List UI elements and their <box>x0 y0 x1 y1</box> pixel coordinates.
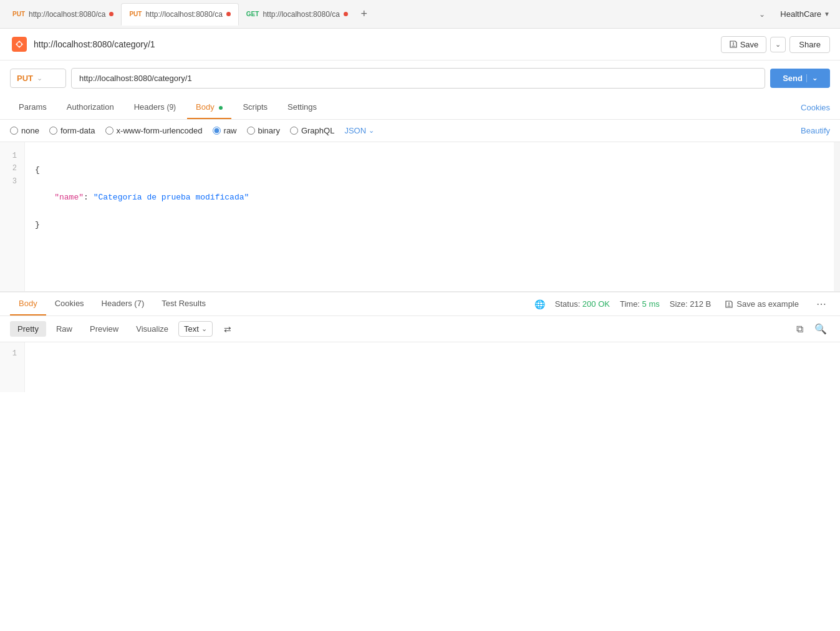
tab-unsaved-dot <box>109 12 113 16</box>
workspace-name: HealthCare <box>780 9 821 19</box>
tab-headers[interactable]: Headers (9) <box>125 96 185 119</box>
send-label: Send <box>783 74 803 83</box>
share-button[interactable]: Share <box>789 36 830 53</box>
radio-none[interactable] <box>10 127 18 135</box>
radio-graphql[interactable] <box>290 127 298 135</box>
resp-line-number: 1 <box>7 347 17 360</box>
tab-url-get: http://localhost:8080/ca <box>263 10 339 19</box>
response-options: Pretty Raw Preview Visualize Text ⌄ ⇄ ⧉ … <box>0 316 840 342</box>
tab-method-badge: PUT <box>12 11 25 17</box>
response-tab-headers[interactable]: Headers (7) <box>93 292 153 316</box>
method-select-value: PUT <box>17 74 33 83</box>
time-value: 5 ms <box>642 299 660 309</box>
line-numbers: 1 2 3 <box>0 142 25 291</box>
method-select[interactable]: PUT ⌄ <box>10 69 66 88</box>
response-preview-button[interactable]: Preview <box>82 321 126 337</box>
nav-tabs-right: Cookies <box>801 103 830 112</box>
editor-scrollbar[interactable] <box>834 142 840 291</box>
request-nav-tabs: Params Authorization Headers (9) Body Sc… <box>0 96 840 120</box>
text-type-label: Text <box>184 324 199 334</box>
tab-put-1[interactable]: PUT http://localhost:8080/ca <box>5 3 121 26</box>
save-label: Save <box>740 40 759 49</box>
beautify-button[interactable]: Beautify <box>801 126 830 135</box>
request-bar: PUT ⌄ Send ⌄ <box>0 60 840 96</box>
response-section: Body Cookies Headers (7) Test Results 🌐 … <box>0 292 840 392</box>
address-bar-actions: Save ⌄ Share <box>721 36 830 53</box>
tab-bar-right: ⌄ HealthCare ▼ <box>754 7 835 21</box>
response-size-text: Size: 212 B <box>670 299 712 309</box>
add-tab-button[interactable]: + <box>355 6 373 23</box>
more-options-button[interactable]: ⋯ <box>813 297 830 311</box>
tab-get-1[interactable]: GET http://localhost:8080/ca <box>239 3 355 26</box>
url-input[interactable] <box>71 68 765 89</box>
option-urlencoded[interactable]: x-www-form-urlencoded <box>105 126 203 135</box>
response-tab-test-results[interactable]: Test Results <box>153 292 215 316</box>
code-content[interactable]: { "name": "Categoría de prueba modificad… <box>25 142 834 291</box>
option-binary-label: binary <box>258 126 280 135</box>
radio-urlencoded[interactable] <box>105 127 113 135</box>
json-type-select[interactable]: JSON ⌄ <box>344 126 374 135</box>
option-binary[interactable]: binary <box>247 126 280 135</box>
tab-body[interactable]: Body <box>187 96 231 119</box>
body-options: none form-data x-www-form-urlencoded raw… <box>0 120 840 142</box>
code-editor: 1 2 3 { "name": "Categoría de prueba mod… <box>0 142 840 292</box>
tab-scripts[interactable]: Scripts <box>234 96 276 119</box>
option-none[interactable]: none <box>10 126 39 135</box>
workspace-dropdown[interactable]: HealthCare ▼ <box>775 7 835 21</box>
option-urlencoded-label: x-www-form-urlencoded <box>117 126 203 135</box>
text-type-select[interactable]: Text ⌄ <box>178 321 213 337</box>
response-visualize-button[interactable]: Visualize <box>128 321 176 337</box>
response-tab-headers-label: Headers (7) <box>102 299 145 308</box>
line-number: 3 <box>7 175 17 188</box>
response-tab-cookies[interactable]: Cookies <box>46 292 93 316</box>
radio-raw[interactable] <box>213 127 221 135</box>
send-dropdown-icon: ⌄ <box>806 74 818 82</box>
tab-overflow-button[interactable]: ⌄ <box>754 7 770 21</box>
radio-form-data[interactable] <box>49 127 57 135</box>
tab-settings-label: Settings <box>287 102 317 112</box>
tab-authorization[interactable]: Authorization <box>58 96 123 119</box>
postman-icon <box>10 35 29 54</box>
option-graphql-label: GraphQL <box>301 126 334 135</box>
cookies-link[interactable]: Cookies <box>801 97 830 118</box>
workspace-chevron-icon: ▼ <box>824 11 830 17</box>
send-button[interactable]: Send ⌄ <box>770 69 830 88</box>
option-graphql[interactable]: GraphQL <box>290 126 334 135</box>
save-dropdown-button[interactable]: ⌄ <box>770 37 786 52</box>
status-value: 200 OK <box>582 299 610 309</box>
search-response-icon[interactable]: 🔍 <box>811 321 830 337</box>
option-form-data[interactable]: form-data <box>49 126 95 135</box>
response-pretty-button[interactable]: Pretty <box>10 321 46 337</box>
response-body: 1 <box>0 342 840 392</box>
tab-scripts-label: Scripts <box>243 102 268 112</box>
response-tab-cookies-label: Cookies <box>55 299 84 308</box>
response-tab-body[interactable]: Body <box>10 292 46 316</box>
tab-headers-label: Headers (9) <box>134 102 176 112</box>
json-type-label: JSON <box>344 126 366 135</box>
tab-params[interactable]: Params <box>10 96 56 119</box>
response-right-icons: ⧉ 🔍 <box>793 321 830 337</box>
save-button[interactable]: Save <box>721 36 767 53</box>
tab-body-label: Body <box>196 102 215 112</box>
size-value: 212 B <box>690 299 711 309</box>
tab-put-2[interactable]: PUT http://localhost:8080/ca <box>121 3 238 26</box>
response-raw-button[interactable]: Raw <box>49 321 80 337</box>
option-raw-label: raw <box>224 126 237 135</box>
response-time-text: Time: 5 ms <box>620 299 660 309</box>
tab-settings[interactable]: Settings <box>279 96 326 119</box>
response-line-numbers: 1 <box>0 342 25 392</box>
json-type-chevron-icon: ⌄ <box>369 127 374 135</box>
line-number: 2 <box>7 162 17 175</box>
tab-url: http://localhost:8080/ca <box>29 10 105 19</box>
copy-response-icon[interactable]: ⧉ <box>793 322 806 337</box>
option-form-data-label: form-data <box>60 126 95 135</box>
save-example-button[interactable]: Save as example <box>721 298 803 310</box>
option-raw[interactable]: raw <box>213 126 237 135</box>
word-wrap-icon[interactable]: ⇄ <box>220 322 235 337</box>
method-select-chevron-icon: ⌄ <box>37 74 42 82</box>
radio-binary[interactable] <box>247 127 255 135</box>
response-tab-body-label: Body <box>19 299 37 308</box>
address-bar-row: http://localhost:8080/category/1 Save ⌄ … <box>0 29 840 60</box>
globe-icon: 🌐 <box>534 299 545 309</box>
text-type-chevron-icon: ⌄ <box>201 325 207 333</box>
